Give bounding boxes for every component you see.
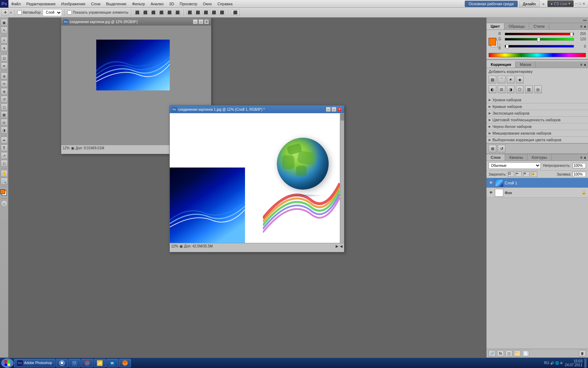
- text-tool-btn[interactable]: T: [1, 144, 8, 151]
- selection-tool-btn[interactable]: ▣: [1, 19, 8, 26]
- new-layer-btn[interactable]: 📄: [522, 350, 529, 356]
- menu-help[interactable]: Справка: [215, 1, 235, 7]
- add-style-btn[interactable]: fx: [497, 350, 504, 356]
- align-horiz-btn[interactable]: ⬛: [166, 10, 173, 15]
- tray-icon-1[interactable]: RU: [544, 361, 549, 365]
- dist-top-btn[interactable]: ⬛: [186, 10, 193, 15]
- tab-samples[interactable]: Образцы: [504, 23, 529, 29]
- r-slider-track[interactable]: [505, 33, 574, 35]
- align-left-btn[interactable]: ⬛: [158, 10, 165, 15]
- extend-arrow-icon[interactable]: »: [541, 2, 546, 6]
- align-vert-btn[interactable]: ⬛: [142, 10, 149, 15]
- correction-item-2[interactable]: ▶ Экспозиция наборов: [486, 110, 588, 117]
- corr-bottom-icon-2[interactable]: ↺: [498, 145, 505, 152]
- taskbar-item-clock[interactable]: 🕐: [56, 359, 68, 367]
- channelmix-icon[interactable]: ▥: [525, 86, 533, 93]
- zoom-tool-btn[interactable]: 🔍: [1, 178, 8, 185]
- lasso-tool-btn[interactable]: ⌖: [1, 37, 8, 44]
- fg-color-swatch[interactable]: [489, 38, 496, 46]
- eyedropper-btn[interactable]: ✒: [1, 62, 8, 69]
- lock-pixels-btn[interactable]: ⊡: [508, 171, 514, 177]
- menu-select[interactable]: Выделение: [103, 1, 129, 7]
- start-button[interactable]: [1, 359, 13, 368]
- bw-icon[interactable]: ◑: [507, 86, 514, 93]
- doc-restore-btn-1[interactable]: □: [198, 19, 203, 24]
- color-spectrum[interactable]: [489, 53, 586, 57]
- g-slider-track[interactable]: [505, 38, 574, 41]
- layers-collapse-btn[interactable]: ▲: [583, 156, 587, 159]
- show-desktop-btn[interactable]: [584, 359, 587, 368]
- magic-wand-btn[interactable]: ✦: [1, 45, 8, 52]
- tab-layers[interactable]: Слои: [486, 154, 505, 161]
- add-mask-btn[interactable]: ◻: [505, 350, 512, 356]
- taskbar-item-firefox[interactable]: 🦊: [119, 359, 131, 367]
- doc-titlebar-2[interactable]: Ps соединение картинок 1.jpg @ 12% (Слой…: [170, 105, 344, 113]
- correction-item-0[interactable]: ▶ Уровни наборов: [486, 97, 588, 103]
- autovybor-select[interactable]: Слой: [43, 9, 62, 16]
- dodge-tool-btn[interactable]: ◑: [1, 127, 8, 134]
- levels-icon[interactable]: ▤: [489, 76, 496, 83]
- layers-menu-btn[interactable]: ≡: [580, 156, 582, 159]
- layer-eye-1[interactable]: 👁: [489, 190, 493, 195]
- corr-bottom-icon-1[interactable]: ⊞: [489, 145, 496, 152]
- blend-mode-select[interactable]: Обычные: [489, 162, 541, 169]
- doc-titlebar-1[interactable]: Ps соединение картинок.jpg @ 12% (RGB/8*…: [61, 18, 211, 26]
- tab-channels[interactable]: Каналы: [505, 154, 527, 161]
- layer-row-0[interactable]: 👁 Слой 1: [486, 178, 588, 188]
- taskbar-item-browser1[interactable]: 🌐: [81, 359, 93, 367]
- lock-move-btn[interactable]: ✛: [523, 171, 530, 177]
- menu-edit[interactable]: Редактирование: [23, 1, 58, 7]
- new-group-btn[interactable]: 📁: [514, 350, 521, 356]
- taskbar-item-word[interactable]: W: [106, 359, 118, 367]
- taskbar-item-photoshop[interactable]: Ps Adobe Photoshop: [14, 359, 55, 367]
- doc-minimize-btn-1[interactable]: ─: [193, 19, 198, 24]
- colorbalance-icon[interactable]: ⚖: [498, 86, 505, 93]
- tab-styles[interactable]: Стили: [529, 23, 549, 29]
- layer-row-1[interactable]: 👁 Фон 🔒: [486, 188, 588, 198]
- direct-select-btn[interactable]: ↖: [1, 27, 8, 34]
- tab-correction[interactable]: Коррекция: [486, 61, 516, 68]
- b-slider-thumb[interactable]: [506, 45, 509, 49]
- panel-collapse-btn[interactable]: «»: [583, 19, 587, 22]
- menu-image[interactable]: Изображение: [58, 1, 88, 7]
- correction-item-6[interactable]: ▶ Выборочная коррекция цвета наборов: [486, 137, 588, 143]
- doc-vscroll-thumb-2[interactable]: [341, 114, 344, 121]
- menu-3d[interactable]: 3D: [166, 1, 177, 7]
- lock-paint-btn[interactable]: ✏: [516, 171, 522, 177]
- correction-item-4[interactable]: ▶ Черно-белое наборов: [486, 123, 588, 130]
- menu-analysis[interactable]: Анализ: [148, 1, 166, 7]
- correction-item-5[interactable]: ▶ Микширование каналов наборов: [486, 130, 588, 137]
- b-slider-track[interactable]: [505, 45, 574, 48]
- crop-tool-btn[interactable]: ⊡: [1, 55, 8, 62]
- show-controls-checkbox[interactable]: [67, 10, 72, 15]
- workspace-btn-main[interactable]: Основная рабочая среда: [465, 1, 518, 7]
- opacity-input[interactable]: [573, 163, 586, 168]
- doc-minimize-btn-2[interactable]: ─: [326, 107, 331, 112]
- window-minimize-icon[interactable]: ─: [575, 2, 578, 6]
- layer-eye-0[interactable]: 👁: [489, 180, 493, 185]
- tray-icon-4[interactable]: ⚙: [560, 361, 563, 365]
- taskbar-item-explorer[interactable]: 📁: [94, 359, 106, 367]
- align-right-btn[interactable]: ⬛: [174, 10, 181, 15]
- photofilter-icon[interactable]: ⬡: [516, 86, 524, 93]
- dist-bottom-btn[interactable]: ⬛: [202, 10, 209, 15]
- shape-tool-btn[interactable]: ◻: [1, 160, 8, 167]
- r-slider-thumb[interactable]: [570, 32, 573, 36]
- correction-item-1[interactable]: ▶ Кривые наборов: [486, 103, 588, 110]
- menu-layers[interactable]: Слои: [88, 1, 103, 7]
- auto-align-btn[interactable]: ⬛: [231, 9, 240, 15]
- menu-window[interactable]: Окно: [200, 1, 215, 7]
- autovybor-checkbox[interactable]: [17, 10, 22, 15]
- gradient-tool-btn[interactable]: ▦: [1, 111, 8, 118]
- menu-filter[interactable]: Фильтр: [129, 1, 148, 7]
- pen-tool-btn[interactable]: ✒: [1, 137, 8, 144]
- workspace-btn-design[interactable]: Дизайн: [519, 1, 540, 7]
- eraser-tool-btn[interactable]: ◻: [1, 103, 8, 110]
- dist-horiz-btn[interactable]: ⬛: [218, 10, 225, 15]
- curves-icon[interactable]: ⌒: [498, 76, 505, 83]
- clone-stamp-btn[interactable]: ⊗: [1, 88, 8, 95]
- doc-vscroll-2[interactable]: [340, 113, 344, 243]
- delete-layer-btn[interactable]: 🗑: [579, 350, 586, 356]
- healing-brush-btn[interactable]: ⊕: [1, 73, 8, 80]
- blur-tool-btn[interactable]: ◎: [1, 119, 8, 126]
